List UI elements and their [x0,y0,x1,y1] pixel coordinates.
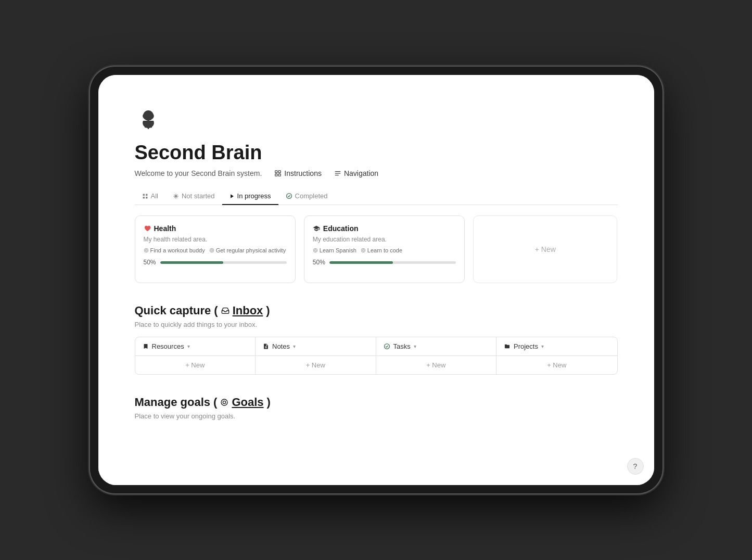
tab-in-progress[interactable]: In progress [222,188,278,205]
education-progress-row: 50% [313,259,456,266]
cards-row: Health My health related area. Find a wo… [135,215,618,283]
health-progress-label: 50% [144,259,156,266]
edu-tag-2: Learn to code [361,247,402,253]
tab-completed-label: Completed [295,192,328,200]
svg-point-26 [211,249,212,251]
tab-completed[interactable]: Completed [278,188,335,205]
svg-rect-15 [146,197,148,199]
bookmark-icon [143,343,149,350]
education-card-desc: My education related area. [313,236,456,243]
projects-new-btn[interactable]: + New [496,356,617,374]
projects-header[interactable]: Projects ▾ [496,337,617,356]
device-screen: Second Brain Welcome to your Second Brai… [98,75,654,485]
health-progress-bar-fill [160,261,224,264]
snowflake-icon [173,193,179,199]
tab-in-progress-label: In progress [237,192,271,200]
education-card-title: Education [323,224,359,233]
help-label: ? [633,462,638,470]
target-icon-2 [209,248,214,253]
svg-rect-12 [143,194,145,196]
projects-new-label: + New [547,361,566,369]
quick-capture-title: Quick capture ( Inbox ) [135,304,618,317]
notes-header[interactable]: Notes ▾ [256,337,376,356]
filter-tabs: All Not started In progress [135,188,618,205]
svg-point-27 [313,248,317,252]
health-progress-row: 50% [144,259,287,266]
notes-col: Notes ▾ + New [256,337,376,374]
page-content: Second Brain Welcome to your Second Brai… [98,75,654,485]
navigation-label: Navigation [344,169,378,177]
svg-point-30 [362,249,364,251]
svg-rect-8 [279,174,281,176]
tasks-icon [384,343,390,350]
health-card-desc: My health related area. [144,236,287,243]
instructions-icon [274,170,282,177]
resources-new-label: + New [185,361,205,369]
instructions-link[interactable]: Instructions [274,169,322,177]
tab-all[interactable]: All [135,188,165,205]
svg-rect-7 [275,174,277,176]
manage-goals-title: Manage goals ( Goals ) [135,396,618,409]
education-progress-bar-bg [329,261,456,264]
projects-chevron: ▾ [541,343,544,349]
svg-point-33 [223,401,226,403]
health-progress-bar-bg [160,261,287,264]
target-icon-1 [144,248,149,253]
completed-check-icon [286,193,292,199]
education-card-tags: Learn Spanish Learn to code [313,247,456,253]
svg-marker-21 [231,194,234,198]
tasks-header[interactable]: Tasks ▾ [376,337,496,356]
health-tag-2: Get regular physical activity [209,247,286,253]
svg-rect-5 [275,171,277,173]
tab-not-started[interactable]: Not started [165,188,222,205]
health-card-header: Health [144,224,287,233]
heart-icon [144,225,151,232]
health-card[interactable]: Health My health related area. Find a wo… [135,215,296,283]
new-area-label: + New [535,245,556,253]
navigation-link[interactable]: Navigation [334,169,378,177]
tab-not-started-label: Not started [182,192,215,200]
tasks-new-label: + New [426,361,445,369]
tasks-new-btn[interactable]: + New [376,356,496,374]
folder-icon [504,343,511,349]
resources-header[interactable]: Resources ▾ [135,337,256,356]
tab-all-label: All [151,192,158,200]
education-progress-label: 50% [313,259,325,266]
edu-tag-1: Learn Spanish [313,247,356,253]
notes-chevron: ▾ [293,343,296,349]
notes-label: Notes [272,342,290,350]
resources-new-btn[interactable]: + New [135,356,256,374]
grad-cap-icon [313,225,320,232]
goals-link[interactable]: Goals [232,396,263,409]
help-button[interactable]: ? [627,458,644,475]
manage-goals-section: Manage goals ( Goals ) Place to view you… [135,396,618,420]
play-icon [230,193,235,199]
inbox-link[interactable]: Inbox [233,304,263,317]
svg-rect-13 [146,194,148,196]
grid-icon [142,193,148,199]
education-card[interactable]: Education My education related area. Lea… [304,215,465,283]
svg-point-28 [314,249,316,251]
manage-goals-desc: Place to view your ongoing goals. [135,412,618,420]
svg-rect-14 [143,197,145,199]
projects-label: Projects [514,342,538,350]
projects-col: Projects ▾ + New [496,337,617,374]
device-frame: Second Brain Welcome to your Second Brai… [90,67,662,493]
brain-icon [135,106,162,133]
health-card-title: Health [154,224,176,233]
quick-capture-section: Quick capture ( Inbox ) Place to quickly… [135,304,618,375]
resources-col: Resources ▾ + New [135,337,256,374]
capture-grid: Resources ▾ + New Notes [135,337,618,375]
health-card-tags: Find a workout buddy Get regular physica… [144,247,287,253]
page-title: Second Brain [135,142,618,164]
health-tag-1: Find a workout buddy [144,247,205,253]
svg-rect-6 [279,171,281,173]
target-icon-4 [361,248,366,253]
goals-icon [220,398,228,406]
new-area-card[interactable]: + New [473,215,617,283]
svg-point-25 [210,248,214,252]
inbox-icon [221,307,230,315]
notes-new-btn[interactable]: + New [256,356,376,374]
navigation-icon [334,170,341,177]
instructions-label: Instructions [284,169,322,177]
